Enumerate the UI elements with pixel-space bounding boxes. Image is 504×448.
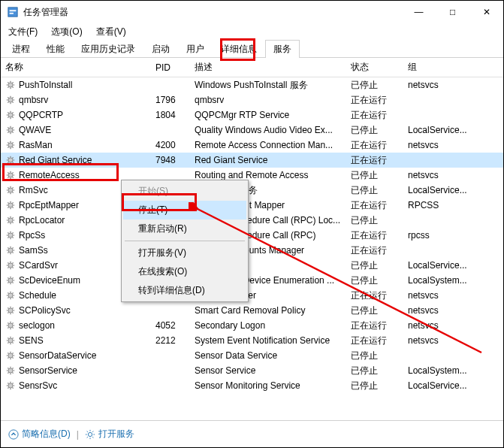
service-icon	[5, 365, 16, 376]
service-icon	[5, 155, 16, 165]
service-icon	[5, 110, 16, 120]
cell-group: LocalService...	[403, 125, 478, 135]
cell-group: netsvcs	[403, 80, 478, 90]
cell-status: 已停止	[346, 274, 403, 287]
tab-users[interactable]: 用户	[178, 40, 213, 57]
table-row[interactable]: QQPCRTP1804QQPCMgr RTP Service正在运行	[1, 107, 503, 123]
table-row[interactable]: SensrSvcSensor Monitoring Service已停止Loca…	[1, 378, 503, 393]
svg-point-6	[8, 128, 13, 132]
table-row[interactable]: RmSvc无线电管理服务已停止LocalService...	[1, 183, 503, 198]
cell-group: netsvcs	[403, 335, 478, 346]
table-row[interactable]: seclogon4052Secondary Logon正在运行netsvcs	[1, 318, 503, 333]
table-row[interactable]: RpcLocatorRemote Procedure Call (RPC) Lo…	[1, 213, 503, 228]
brief-info-link[interactable]: 简略信息(D)	[8, 428, 71, 440]
cell-name: SCPolicySvc	[1, 305, 151, 316]
cell-name: seclogon	[1, 320, 151, 331]
ctx-search-online[interactable]: 在线搜索(O)	[123, 262, 246, 281]
ctx-restart[interactable]: 重新启动(R)	[123, 219, 246, 238]
ctx-stop[interactable]: 停止(T)	[123, 201, 246, 219]
tab-details[interactable]: 详细信息	[213, 40, 265, 57]
titlebar: 任务管理器 — □ ✕	[1, 1, 503, 23]
table-row[interactable]: RpcEptMapperRPC Endpoint Mapper正在运行RPCSS	[1, 198, 503, 213]
table-row[interactable]: ScDeviceEnumSmart Card Device Enumeratio…	[1, 273, 503, 288]
tab-startup[interactable]: 启动	[143, 40, 178, 57]
cell-status: 已停止	[346, 79, 403, 92]
cell-pid: 4200	[151, 140, 190, 150]
ctx-start[interactable]: 开始(S)	[123, 182, 246, 201]
tab-services[interactable]: 服务	[265, 40, 300, 58]
cell-desc: Windows PushToInstall 服务	[190, 79, 346, 92]
svg-point-15	[8, 263, 13, 268]
table-row[interactable]: PushToInstallWindows PushToInstall 服务已停止…	[1, 77, 503, 92]
maximize-button[interactable]: □	[436, 1, 469, 23]
table-row[interactable]: RasMan4200Remote Access Connection Man..…	[1, 138, 503, 153]
service-icon	[5, 140, 16, 150]
tab-history[interactable]: 应用历史记录	[73, 40, 143, 57]
cell-name: PushToInstall	[1, 80, 151, 90]
header-status[interactable]: 状态	[346, 58, 403, 77]
cell-status: 正在运行	[346, 154, 403, 167]
table-row[interactable]: SensorServiceSensor Service已停止LocalSyste…	[1, 363, 503, 378]
app-icon	[7, 6, 19, 18]
cell-group: netsvcs	[403, 170, 478, 180]
menu-file[interactable]: 文件(F)	[5, 24, 41, 40]
menu-options[interactable]: 选项(O)	[48, 24, 85, 40]
table-row[interactable]: Red Giant Service7948Red Giant Service正在…	[1, 153, 503, 168]
table-row[interactable]: RemoteAccessRouting and Remote Access已停止…	[1, 168, 503, 183]
separator: |	[77, 429, 79, 440]
table-row[interactable]: SCardSvrSmart Card已停止LocalService...	[1, 258, 503, 273]
cell-status: 已停止	[346, 304, 403, 317]
ctx-open-services[interactable]: 打开服务(V)	[123, 244, 246, 262]
tab-processes[interactable]: 进程	[4, 40, 38, 57]
cell-status: 正在运行	[346, 244, 403, 257]
open-services-link[interactable]: 打开服务	[85, 428, 134, 440]
cell-pid: 2212	[151, 335, 190, 346]
header-desc[interactable]: 描述	[190, 58, 346, 77]
minimize-button[interactable]: —	[402, 1, 436, 23]
ctx-go-to-details[interactable]: 转到详细信息(D)	[123, 281, 246, 300]
svg-point-24	[9, 429, 18, 438]
table-row[interactable]: RpcSsRemote Procedure Call (RPC)正在运行rpcs…	[1, 228, 503, 243]
table-row[interactable]: QWAVEQuality Windows Audio Video Ex...已停…	[1, 123, 503, 138]
header-name[interactable]: 名称	[1, 58, 151, 77]
cell-status: 已停止	[346, 350, 403, 362]
service-icon	[5, 185, 16, 195]
service-icon	[5, 380, 16, 391]
cell-name: RemoteAccess	[1, 170, 151, 180]
service-list[interactable]: PushToInstallWindows PushToInstall 服务已停止…	[1, 77, 503, 408]
table-row[interactable]: qmbsrv1796qmbsrv正在运行	[1, 92, 503, 107]
cell-status: 已停止	[346, 169, 403, 182]
header-group[interactable]: 组	[403, 58, 491, 77]
svg-rect-0	[8, 8, 17, 17]
tab-performance[interactable]: 性能	[38, 40, 73, 57]
table-row[interactable]: SENS2212System Event Notification Servic…	[1, 333, 503, 348]
cell-desc: Quality Windows Audio Video Ex...	[190, 125, 346, 135]
header-pid[interactable]: PID	[151, 59, 190, 76]
cell-name: SensrSvc	[1, 380, 151, 391]
cell-name: QWAVE	[1, 125, 151, 135]
service-icon	[5, 275, 16, 286]
footer: 简略信息(D) | 打开服务	[1, 420, 503, 447]
table-row[interactable]: Schedule1176Task Scheduler正在运行netsvcs	[1, 288, 503, 303]
svg-point-7	[8, 143, 13, 147]
cell-desc: System Event Notification Service	[190, 335, 346, 346]
chevron-up-icon	[8, 429, 19, 440]
cell-name: QQPCRTP	[1, 110, 151, 120]
svg-point-13	[8, 233, 13, 238]
table-row[interactable]: SamSsSecurity Accounts Manager正在运行	[1, 243, 503, 258]
cell-pid: 1796	[151, 95, 190, 105]
cell-desc: Sensor Data Service	[190, 350, 346, 361]
table-row[interactable]: SensorDataServiceSensor Data Service已停止	[1, 348, 503, 363]
cell-desc: Secondary Logon	[190, 320, 346, 331]
cell-group: netsvcs	[403, 290, 478, 301]
close-button[interactable]: ✕	[469, 1, 503, 23]
svg-rect-2	[10, 13, 14, 14]
cell-group: netsvcs	[403, 320, 478, 331]
svg-point-3	[8, 83, 13, 87]
service-icon	[5, 245, 16, 256]
menu-view[interactable]: 查看(V)	[93, 24, 129, 40]
service-icon	[5, 215, 16, 226]
svg-point-12	[8, 218, 13, 222]
cell-group: LocalService...	[403, 260, 478, 271]
table-row[interactable]: SCPolicySvcSmart Card Removal Policy已停止n…	[1, 303, 503, 318]
